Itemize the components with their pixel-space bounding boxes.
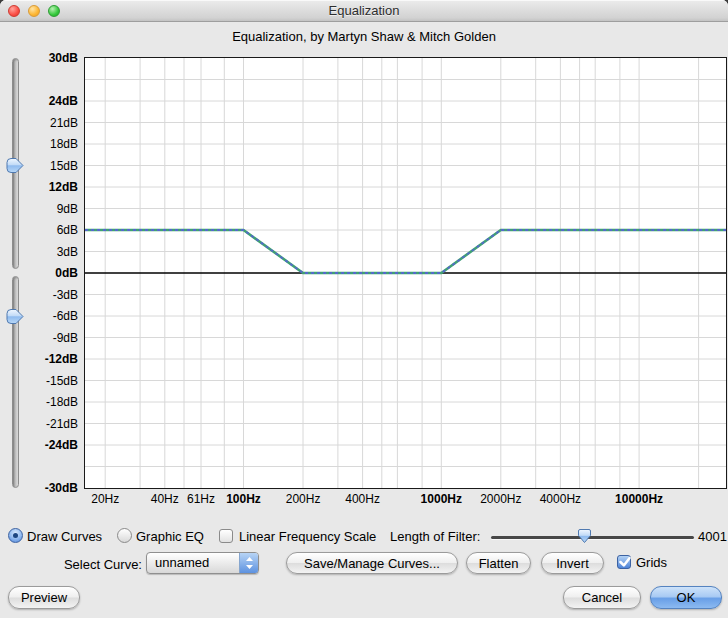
db-tick-label: -21dB [46, 416, 78, 432]
db-min-slider-thumb[interactable] [5, 308, 25, 325]
freq-tick-label: 2000Hz [480, 492, 521, 506]
graphic-eq-radio[interactable] [117, 528, 132, 543]
db-tick-label: 12dB [49, 179, 78, 195]
eq-curve-canvas[interactable] [85, 58, 726, 488]
freq-tick-label: 61Hz [187, 492, 215, 506]
freq-tick-label: 40Hz [151, 492, 179, 506]
draw-curves-label: Draw Curves [27, 529, 102, 544]
freq-tick-label: 20Hz [91, 492, 119, 506]
freq-tick-label: 100Hz [226, 492, 261, 506]
filter-length-slider-track[interactable] [491, 536, 694, 539]
db-tick-label: -18dB [46, 394, 78, 410]
db-tick-label: -15dB [46, 373, 78, 389]
db-tick-label: 21dB [50, 115, 78, 131]
titlebar[interactable]: Equalization [0, 0, 728, 22]
ok-button[interactable]: OK [650, 586, 722, 609]
db-tick-label: 3dB [57, 244, 78, 260]
db-tick-label: -30dB [45, 480, 78, 496]
equalization-window: Equalization Equalization, by Martyn Sha… [0, 0, 728, 618]
db-tick-label: -3dB [53, 287, 78, 303]
db-tick-label: 6dB [57, 222, 78, 238]
db-tick-label: 9dB [57, 201, 78, 217]
flatten-button[interactable]: Flatten [466, 552, 531, 574]
window-title: Equalization [0, 3, 728, 18]
length-of-filter-label: Length of Filter: [390, 529, 480, 544]
preview-button[interactable]: Preview [8, 586, 80, 609]
db-tick-label: 24dB [49, 93, 78, 109]
db-tick-label: -24dB [45, 437, 78, 453]
select-curve-dropdown[interactable]: unnamed [146, 552, 259, 574]
filter-length-value: 4001 [698, 529, 727, 544]
eq-curve-plot[interactable] [84, 57, 727, 489]
dropdown-arrows-icon [239, 553, 258, 573]
db-tick-label: 0dB [55, 265, 78, 281]
grids-label: Grids [636, 555, 667, 570]
plugin-credit: Equalization, by Martyn Shaw & Mitch Gol… [0, 29, 728, 44]
db-max-slider-thumb[interactable] [5, 157, 25, 174]
db-tick-label: 18dB [50, 136, 78, 152]
freq-tick-label: 10000Hz [615, 492, 663, 506]
draw-curves-radio[interactable] [8, 528, 23, 543]
db-tick-label: 15dB [50, 158, 78, 174]
freq-tick-label: 200Hz [286, 492, 321, 506]
freq-tick-label: 1000Hz [421, 492, 462, 506]
selected-curve-value: unnamed [147, 553, 239, 573]
check-icon [617, 554, 633, 570]
linear-frequency-checkbox[interactable] [219, 529, 233, 543]
db-tick-label: -9dB [53, 330, 78, 346]
grids-checkbox[interactable] [617, 555, 631, 569]
db-tick-label: -12dB [45, 351, 78, 367]
freq-tick-label: 400Hz [345, 492, 380, 506]
select-curve-label: Select Curve: [60, 557, 142, 572]
cancel-button[interactable]: Cancel [563, 586, 641, 609]
freq-tick-label: 4000Hz [540, 492, 581, 506]
linear-frequency-label: Linear Frequency Scale [239, 529, 376, 544]
db-tick-label: 30dB [49, 50, 78, 66]
db-tick-label: -6dB [53, 308, 78, 324]
filter-length-slider-thumb[interactable] [577, 528, 592, 544]
graphic-eq-label: Graphic EQ [136, 529, 204, 544]
save-manage-curves-button[interactable]: Save/Manage Curves... [286, 552, 458, 574]
invert-button[interactable]: Invert [541, 552, 604, 574]
